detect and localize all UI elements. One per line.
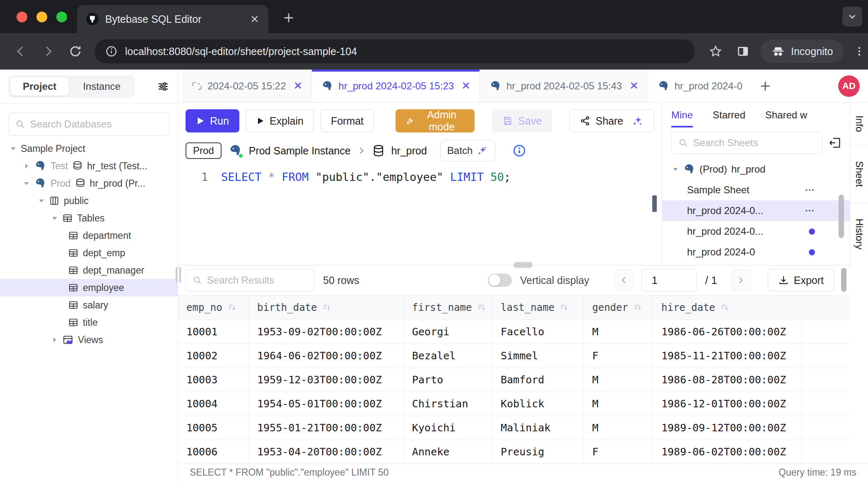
search-results-input[interactable] xyxy=(207,274,308,286)
bookmark-star-icon[interactable] xyxy=(709,45,722,58)
rail-tab-history[interactable]: History xyxy=(850,203,868,265)
side-panel-icon[interactable] xyxy=(736,45,750,58)
cell[interactable]: 10003 xyxy=(178,368,249,392)
forward-icon[interactable] xyxy=(41,45,55,58)
rail-tab-sheet[interactable]: Sheet xyxy=(850,145,868,203)
rail-tab-info[interactable]: Info xyxy=(850,103,868,145)
cell[interactable]: 10001 xyxy=(178,320,249,344)
tab-project[interactable]: Project xyxy=(10,77,69,96)
tree-item-schema-public[interactable]: public xyxy=(0,192,178,209)
browser-tab[interactable]: Bytebase SQL Editor xyxy=(77,5,268,33)
sort-icon[interactable] xyxy=(720,303,729,312)
environment-chip[interactable]: Prod xyxy=(186,142,222,159)
cell[interactable]: 10005 xyxy=(178,416,249,440)
cell[interactable]: 1985-11-21T00:00:00Z xyxy=(653,344,802,368)
chevron-down-icon[interactable] xyxy=(23,180,30,186)
chevron-right-icon[interactable] xyxy=(23,163,30,169)
admin-mode-button[interactable]: Admin mode xyxy=(395,109,475,132)
cell[interactable]: 10004 xyxy=(178,392,249,416)
column-header[interactable]: last_name xyxy=(492,295,584,320)
tab-search-chevron-icon[interactable] xyxy=(842,7,862,26)
sheet-group-hr-prod[interactable]: (Prod) hr_prod xyxy=(662,159,850,180)
cell[interactable]: F xyxy=(584,344,653,368)
filter-sliders-icon[interactable] xyxy=(157,80,169,93)
cell[interactable]: 1959-12-03T00:00:00Z xyxy=(249,368,404,392)
cell[interactable]: 1986-06-26T00:00:00Z xyxy=(653,320,802,344)
cell[interactable]: 1955-01-21T00:00:00Z xyxy=(249,416,404,440)
cell[interactable]: Parto xyxy=(404,368,492,392)
cell[interactable]: Maliniak xyxy=(492,416,584,440)
sort-icon[interactable] xyxy=(227,303,236,312)
worksheet-tab-4[interactable]: hr_prod 2024-0 xyxy=(648,70,752,102)
cell[interactable]: Bezalel xyxy=(404,344,492,368)
chevron-down-icon[interactable] xyxy=(38,198,45,204)
format-button[interactable]: Format xyxy=(321,109,374,132)
tree-item-views[interactable]: Views xyxy=(0,331,178,349)
close-worksheet-icon[interactable]: ✕ xyxy=(294,79,303,92)
table-row[interactable]: 10002 1964-06-02T00:00:00Z Bezalel Simme… xyxy=(178,344,850,368)
prev-page-button[interactable] xyxy=(614,269,633,291)
tree-item-table-salary[interactable]: salary xyxy=(0,296,178,314)
search-databases-input[interactable] xyxy=(30,118,162,130)
sheets-scrollbar-thumb[interactable] xyxy=(839,195,844,238)
close-tab-icon[interactable] xyxy=(250,14,259,24)
table-row[interactable]: 10003 1959-12-03T00:00:00Z Parto Bamford… xyxy=(178,368,850,392)
add-worksheet-icon[interactable] xyxy=(752,70,779,102)
sql-code-area[interactable]: 1 SELECT * FROM "public"."employee" LIMI… xyxy=(178,165,662,171)
tab-instance[interactable]: Instance xyxy=(70,77,133,96)
tree-item-table-department[interactable]: department xyxy=(0,227,178,244)
cell[interactable]: 1964-06-02T00:00:00Z xyxy=(249,344,404,368)
table-row[interactable]: 10004 1954-05-01T00:00:00Z Chirstian Kob… xyxy=(178,392,850,416)
minimize-window-button[interactable] xyxy=(36,12,47,22)
close-window-button[interactable] xyxy=(17,12,27,22)
tree-item-sample-project[interactable]: Sample Project xyxy=(0,140,178,157)
page-input[interactable] xyxy=(641,269,697,291)
column-header[interactable]: first_name xyxy=(404,295,492,320)
worksheet-tab-3[interactable]: hr_prod 2024-02-05 15:43 ✕ xyxy=(480,70,648,102)
chevron-down-icon[interactable] xyxy=(672,166,679,172)
sort-icon[interactable] xyxy=(477,303,486,312)
search-sheets-input[interactable] xyxy=(693,137,815,149)
close-worksheet-icon[interactable]: ✕ xyxy=(461,79,470,92)
panel-resize-handle[interactable] xyxy=(514,262,533,268)
chevron-down-icon[interactable] xyxy=(51,215,58,221)
vertical-display-toggle[interactable] xyxy=(488,274,512,287)
cell[interactable]: Kyoichi xyxy=(404,416,492,440)
cell[interactable]: 1986-12-01T00:00:00Z xyxy=(653,392,802,416)
cell[interactable]: Simmel xyxy=(492,344,584,368)
sort-icon[interactable] xyxy=(322,303,331,312)
share-button[interactable]: Share xyxy=(569,109,654,132)
sheet-menu-kebab-icon[interactable] xyxy=(804,185,815,195)
next-page-button[interactable] xyxy=(731,269,750,291)
site-info-icon[interactable] xyxy=(105,45,118,58)
tree-item-table-dept-manager[interactable]: dept_manager xyxy=(0,262,178,279)
chevron-right-icon[interactable] xyxy=(51,337,58,343)
cell[interactable]: 1986-08-28T00:00:00Z xyxy=(653,368,802,392)
close-worksheet-icon[interactable]: ✕ xyxy=(629,79,639,92)
cell[interactable]: Facello xyxy=(492,320,584,344)
cell[interactable]: 1953-04-20T00:00:00Z xyxy=(249,440,404,464)
info-circle-icon[interactable] xyxy=(513,144,526,157)
cell[interactable]: 1989-09-12T00:00:00Z xyxy=(653,416,802,440)
cell[interactable]: F xyxy=(584,440,653,464)
export-button[interactable]: Export xyxy=(768,269,834,291)
reload-icon[interactable] xyxy=(69,45,82,58)
column-header[interactable]: hire_date xyxy=(653,295,802,320)
column-header[interactable]: birth_date xyxy=(249,295,404,320)
tree-item-hr-prod[interactable]: Prod hr_prod (Pr... xyxy=(0,175,178,192)
cell[interactable]: M xyxy=(584,392,653,416)
url-bar[interactable]: localhost:8080/sql-editor/sheet/project-… xyxy=(94,39,695,63)
back-icon[interactable] xyxy=(14,45,27,58)
tree-item-hr-test[interactable]: Test hr_test (Test... xyxy=(0,157,178,175)
tree-item-tables[interactable]: Tables xyxy=(0,209,178,227)
database-name[interactable]: hr_prod xyxy=(391,145,427,157)
collapse-panel-icon[interactable] xyxy=(828,136,841,149)
worksheet-tab-1[interactable]: 2024-02-05 15:22 ✕ xyxy=(182,70,312,102)
sheet-item[interactable]: hr_prod 2024-0 xyxy=(662,242,850,262)
avatar[interactable]: AD xyxy=(838,75,860,97)
tab-shared[interactable]: Shared w xyxy=(765,109,807,127)
browser-menu-kebab-icon[interactable] xyxy=(854,46,865,57)
cell[interactable]: 10006 xyxy=(178,440,249,464)
sheet-menu-kebab-icon[interactable] xyxy=(804,205,815,216)
batch-button[interactable]: Batch xyxy=(440,140,495,161)
